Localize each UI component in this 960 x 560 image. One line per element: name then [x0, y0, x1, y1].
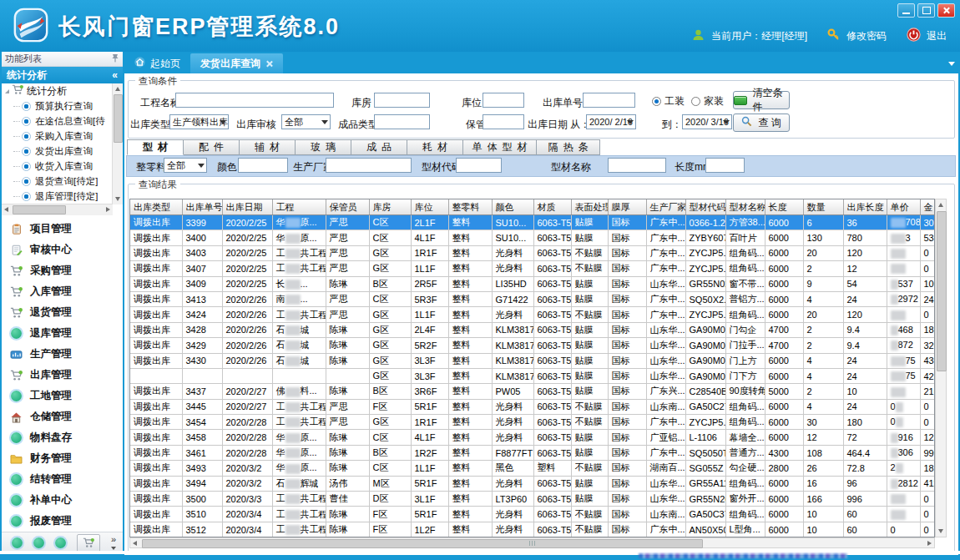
table-row[interactable]: 调拨出库34372020/2/27佛料...陈琳B区3R6F整料PW056063… [130, 384, 935, 399]
table-row[interactable]: 调拨出库34942020/3/2石辉城汤伟M区5R1F整料光身料6063-T5贴… [130, 476, 935, 491]
column-header[interactable]: 出库单号 [182, 199, 222, 215]
sidebar-menu-item[interactable]: 项目管理 [2, 219, 123, 240]
change-password-link[interactable]: 修改密码 [846, 29, 887, 43]
sidebar-menu-item[interactable]: 物料盘存 [2, 427, 123, 448]
tree-item[interactable]: 在途信息查询[待 [2, 114, 123, 129]
table-row[interactable]: 调拨出库34302020/2/26石城陈琳G区3L3F整料KLM38176063… [130, 353, 935, 368]
tab-list-dropdown-icon[interactable] [948, 62, 955, 66]
date-to-picker[interactable]: 2020/ 3/16 [682, 114, 732, 129]
tree-item[interactable]: 退货查询[待定] [2, 174, 123, 189]
search-button[interactable]: 查 询 [733, 114, 790, 132]
column-header[interactable]: 金 [920, 199, 935, 215]
keeper-input[interactable] [483, 114, 524, 129]
material-tab[interactable]: 配件 [184, 139, 240, 155]
table-row[interactable]: 调拨出库33992020/2/25华原...严思C区2L1F整料SU10...6… [130, 215, 935, 230]
profile-name-input[interactable] [608, 158, 666, 173]
sidebar-menu-item[interactable]: 仓储管理 [2, 406, 123, 427]
tree-item[interactable]: 收货入库查询 [2, 159, 123, 174]
column-header[interactable]: 材质 [533, 199, 571, 215]
pin-icon[interactable] [111, 53, 119, 64]
material-tab[interactable]: 成品 [351, 139, 407, 155]
column-header[interactable]: 保管员 [326, 199, 369, 215]
column-header[interactable]: 出库日期 [222, 199, 272, 215]
results-vertical-scrollbar[interactable] [935, 199, 947, 537]
table-row[interactable]: 调拨出库34932020/3/2华原...陈琳C区1L1F整料黑色塑料不贴膜国标… [130, 461, 935, 476]
radio-gongzhuang[interactable]: 工装 [652, 94, 685, 108]
tab-shipping-outbound-query[interactable]: 发货出库查询 [190, 53, 283, 73]
order-no-input[interactable] [583, 93, 635, 108]
table-row[interactable]: 调拨出库35102020/3/4工共工程陈琳F区5R1F整料光身料6063-T5… [130, 507, 935, 522]
table-row[interactable]: 调拨出库34282020/2/26石城陈琳G区2L4F整料KLM38176063… [130, 322, 935, 337]
column-header[interactable]: 整零料 [448, 199, 492, 215]
table-row[interactable]: 调拨出库34242020/2/26工共工程严思G区1L1F整料光身料6063-T… [130, 307, 935, 322]
module-dot-icon[interactable] [55, 537, 66, 548]
column-header[interactable]: 出库长度 [843, 199, 887, 215]
sidebar-menu-item[interactable]: 财务管理 [2, 448, 123, 469]
table-row[interactable]: 调拨出库34092020/2/25长...陈琳B区2R5F整料LI35HD606… [130, 276, 935, 291]
sidebar-menu-item[interactable]: 退库管理 [2, 323, 123, 344]
radio-jiazhuang[interactable]: 家装 [691, 94, 724, 108]
tab-start-page[interactable]: 起始页 [124, 53, 190, 73]
maximize-button[interactable] [917, 3, 935, 18]
sidebar-group-header[interactable]: 统计分析 « [2, 67, 123, 83]
table-row[interactable]: 调拨出库34032020/2/25工共工程严思G区1R1F整料光身料6063-T… [130, 245, 935, 260]
column-header[interactable]: 颜色 [492, 199, 533, 215]
module-dot-icon[interactable] [33, 537, 44, 548]
close-button[interactable] [937, 3, 955, 18]
sidebar-menu-item[interactable]: 退货管理 [2, 302, 123, 323]
material-tab[interactable]: 单体型材 [463, 139, 537, 155]
warehouse-input[interactable] [374, 93, 430, 108]
table-row[interactable]: 调拨出库34072020/2/25工共工程严思G区1L1F整料光身料6063-T… [130, 261, 935, 276]
clear-conditions-button[interactable]: 清空条件 [733, 91, 790, 109]
close-tab-icon[interactable] [265, 60, 273, 68]
tree-horizontal-scrollbar[interactable] [2, 204, 113, 215]
tree-item[interactable]: 采购入库查询 [2, 129, 123, 144]
collapse-icon[interactable]: « [112, 69, 118, 81]
sidebar-menu-item[interactable]: 采购管理 [2, 260, 123, 281]
column-header[interactable]: 型材名称 [725, 199, 765, 215]
table-row[interactable]: G区3L3F整料KLM38176063-T5贴膜国标山东华...GA90M09.… [130, 368, 935, 383]
column-header[interactable]: 单价 [887, 199, 920, 215]
tree-vertical-scrollbar[interactable] [112, 83, 123, 204]
material-tab[interactable]: 隔热条 [537, 139, 600, 155]
sidebar-menu-item[interactable]: 结转管理 [2, 469, 123, 490]
material-tab[interactable]: 耗材 [407, 139, 463, 155]
results-horizontal-scrollbar[interactable] [129, 537, 935, 548]
material-tab[interactable]: 辅材 [240, 139, 296, 155]
sidebar-menu-item[interactable]: 审核中心 [2, 240, 123, 260]
column-header[interactable]: 膜厚 [608, 199, 646, 215]
column-header[interactable]: 生产厂家 [646, 199, 685, 215]
material-tab[interactable]: 玻璃 [296, 139, 351, 155]
tree-expander-icon[interactable] [5, 89, 9, 93]
table-row[interactable]: 调拨出库35122020/3/4工共工程陈琳F区1L2F整料光身料6063-T5… [130, 522, 935, 537]
cart-toolbar-button[interactable] [77, 534, 100, 552]
sidebar-menu-item[interactable]: 入库管理 [2, 281, 123, 302]
product-type-input[interactable] [374, 114, 430, 129]
whole-part-select[interactable]: 全部 [164, 158, 207, 173]
column-header[interactable]: 数量 [803, 199, 843, 215]
color-input[interactable] [238, 158, 288, 173]
date-from-picker[interactable]: 2020/ 2/16 [586, 114, 636, 129]
audit-select[interactable]: 全部 [281, 114, 331, 129]
column-header[interactable]: 型材代码 [685, 199, 725, 215]
outbound-type-select[interactable]: 生产领料出库 [169, 114, 229, 129]
column-header[interactable]: 出库类型 [130, 199, 182, 215]
column-header[interactable]: 长度 [765, 199, 803, 215]
column-header[interactable]: 库位 [411, 199, 448, 215]
tree-item[interactable]: 发货出库查询 [2, 144, 123, 159]
table-row[interactable]: 调拨出库34452020/2/27工共工程严思F区5R1F整料光身料6063-T… [130, 399, 935, 414]
project-name-input[interactable] [175, 93, 334, 108]
logout-link[interactable]: 退出 [927, 29, 947, 43]
table-row[interactable]: 调拨出库34542020/2/28工共工程严思G区1R1F整料光身料6063-T… [130, 415, 935, 430]
overflow-chevrons[interactable]: » [111, 536, 116, 551]
table-row[interactable]: 调拨出库34132020/2/26南...严思C区5R3F整料G71422606… [130, 291, 935, 306]
column-header[interactable]: 库房 [369, 199, 411, 215]
table-row[interactable]: 调拨出库34002020/2/25华原...严思C区4L1F整料SU10...6… [130, 230, 935, 245]
column-header[interactable]: 工程 [272, 199, 326, 215]
profile-code-input[interactable] [456, 158, 502, 173]
manufacturer-input[interactable] [326, 158, 412, 173]
tree-item[interactable]: 退库管理[待定] [2, 189, 123, 204]
tree-root-item[interactable]: 统计分析 [2, 83, 123, 98]
tree-item[interactable]: 预算执行查询 [2, 98, 123, 114]
column-header[interactable]: 表面处理 [571, 199, 608, 215]
